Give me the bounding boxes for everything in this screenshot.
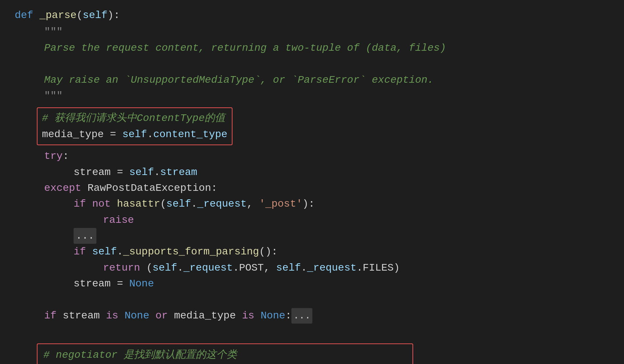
content-type-attr: content_type (153, 126, 227, 142)
stream-var2: stream (74, 276, 117, 292)
self-ref6: self (276, 260, 301, 276)
paren-open: ( (77, 7, 83, 23)
media-type-var: media_type (42, 126, 110, 142)
request-attr: _request (197, 196, 247, 212)
eq2: = (117, 276, 130, 292)
paren-ret: ( (146, 260, 153, 276)
line-media-type: media_type = self.content_type (42, 126, 227, 142)
ellipsis-badge: ... (74, 228, 96, 244)
stream-attr: stream (160, 164, 197, 180)
line-blank1 (15, 56, 609, 72)
line-stream-check: if stream is None or media_type is None:… (15, 308, 609, 324)
stream-var: stream (74, 164, 117, 180)
keyword-or: or (155, 308, 174, 324)
parens3: (): (259, 244, 277, 260)
self-ref2: self (129, 164, 154, 180)
dot8: . (357, 260, 363, 276)
line-stream-none: stream = None (15, 276, 609, 292)
line-try: try: (15, 148, 609, 164)
paren1: ( (160, 196, 166, 212)
comment-text-1: # 获得我们请求头中ContentType的值 (42, 110, 225, 126)
docstring-line1: Parse the request content, returning a t… (44, 40, 446, 56)
equals: = (110, 126, 123, 142)
dot3: . (191, 196, 197, 212)
colon-try: : (63, 148, 69, 164)
request-post: _request (183, 260, 233, 276)
line-doc2: May raise an `UnsupportedMediaType`, or … (15, 72, 609, 88)
keyword-not: not (92, 196, 117, 212)
line-raise: raise (15, 212, 609, 228)
keyword-if: if (74, 196, 92, 212)
dot6: . (233, 260, 239, 276)
dot7: . (301, 260, 307, 276)
line-blank2 (15, 292, 609, 308)
paren2: ): (302, 196, 315, 212)
self-ref: self (122, 126, 147, 142)
dot2: . (154, 164, 160, 180)
comment-text-2: # negotiator 是找到默认配置的这个类 (43, 347, 237, 363)
triple-quote-open: """ (44, 24, 63, 40)
post-string: '_post' (259, 196, 302, 212)
line-return: return (self._request.POST, self._reques… (15, 260, 609, 276)
eq: = (117, 164, 130, 180)
stream-check-var: stream (63, 308, 106, 324)
fn-supports: _supports_form_parsing (123, 244, 259, 260)
keyword-raise: raise (103, 212, 134, 228)
line-except: except RawPostDataException: (15, 180, 609, 196)
keyword-def: def (15, 7, 39, 23)
line-triple-close: """ (15, 88, 609, 104)
files-attr: FILES) (363, 260, 400, 276)
keyword-is: is (106, 308, 124, 324)
line-if-not-hasattr: if not hasattr(self._request, '_post'): (15, 196, 609, 212)
post-attr: POST, (239, 260, 276, 276)
line-comment1: # 获得我们请求头中ContentType的值 (42, 110, 227, 126)
exception-name: RawPostDataException: (88, 180, 217, 196)
keyword-if2: if (74, 244, 92, 260)
none-keyword: None (129, 276, 154, 292)
self-arg: self (83, 7, 107, 23)
none-kw3: None (260, 308, 285, 324)
dot5: . (177, 260, 184, 276)
line-stream-assign: stream = self.stream (15, 164, 609, 180)
dot4: . (117, 244, 123, 260)
self-ref4: self (92, 244, 117, 260)
line-ellipsis: ... (15, 228, 609, 244)
line-if-supports: if self._supports_form_parsing(): (15, 244, 609, 260)
request-files: _request (307, 260, 357, 276)
highlight-box-1: # 获得我们请求头中ContentType的值 media_type = sel… (37, 107, 233, 145)
paren-close: ): (107, 7, 120, 23)
self-ref3: self (166, 196, 191, 212)
dots-badge: ... (291, 308, 312, 324)
media-type-var2: media_type (174, 308, 242, 324)
fn-hasattr: hasattr (117, 196, 160, 212)
keyword-return: return (103, 260, 146, 276)
line-def: def _parse(self): (15, 7, 609, 23)
keyword-if3: if (44, 308, 63, 324)
line-comment2: # negotiator 是找到默认配置的这个类 (43, 347, 407, 363)
docstring-line2: May raise an `UnsupportedMediaType`, or … (44, 72, 434, 88)
code-editor: def _parse(self): """ Parse the request … (0, 0, 624, 364)
none-kw2: None (124, 308, 155, 324)
fn-name: _parse (39, 7, 77, 23)
keyword-try: try (44, 148, 63, 164)
self-ref5: self (152, 260, 177, 276)
comma1: , (247, 196, 259, 212)
line-triple-open: """ (15, 24, 609, 40)
highlight-box-2: # negotiator 是找到默认配置的这个类 # rest_framewor… (37, 343, 413, 364)
dot: . (147, 126, 153, 142)
triple-quote-close: """ (44, 88, 63, 104)
keyword-is2: is (242, 308, 260, 324)
line-blank3 (15, 324, 609, 339)
keyword-except: except (44, 180, 88, 196)
colon-check: : (285, 308, 291, 324)
line-doc1: Parse the request content, returning a t… (15, 40, 609, 56)
